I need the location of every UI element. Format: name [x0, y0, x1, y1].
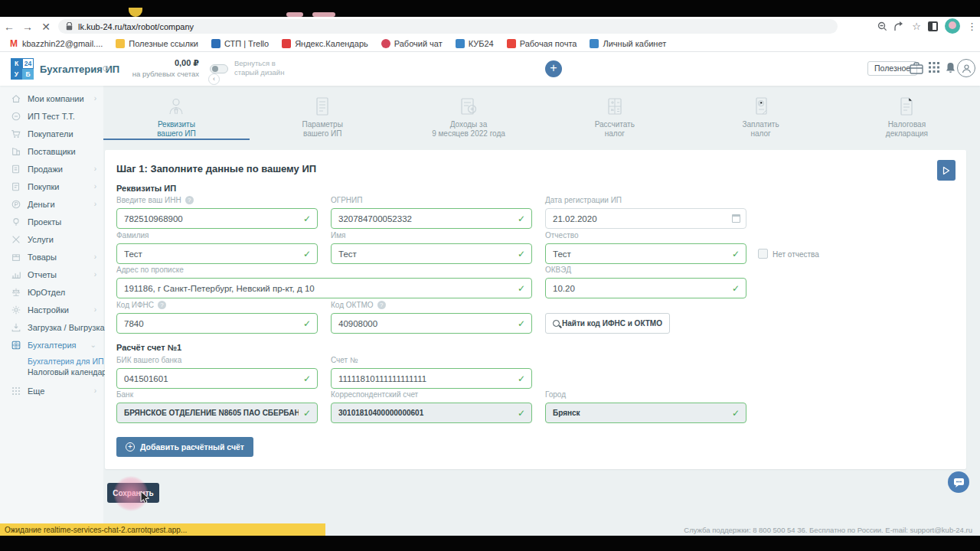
plus-circle-icon: +	[126, 442, 135, 452]
browser-profile-avatar[interactable]	[945, 18, 960, 34]
tab-parameters[interactable]: Параметрывашего ИП	[250, 86, 396, 145]
stop-icon[interactable]: ✕	[37, 21, 55, 33]
valid-check-icon	[303, 249, 311, 259]
tab-income[interactable]: Доходы за9 месяцев 2022 года	[396, 86, 542, 145]
calendar-icon[interactable]	[732, 214, 740, 223]
account-no-input[interactable]	[338, 374, 513, 383]
inn-input[interactable]	[124, 214, 299, 223]
sidebar-item-reports[interactable]: Отчеты›	[0, 266, 103, 283]
sidebar-item-suppliers[interactable]: Поставщики	[0, 142, 103, 160]
old-design-toggle[interactable]	[210, 64, 228, 73]
tab-declaration[interactable]: Налоговаядекларация	[834, 86, 980, 145]
bookmark-item[interactable]: КУБ24	[456, 39, 494, 48]
sidebar-item-buyers[interactable]: Покупатели	[0, 125, 103, 142]
save-button[interactable]: Сохранить	[107, 483, 159, 503]
bik-input[interactable]	[124, 374, 299, 383]
address-bar[interactable]: lk.kub-24.ru/tax/robot/company	[58, 19, 838, 34]
chat-icon	[381, 39, 390, 48]
side-panel-icon[interactable]	[928, 21, 938, 31]
tab-pay-tax[interactable]: Заплатитьналог	[688, 86, 834, 145]
valid-check-icon	[518, 214, 525, 224]
okved-input[interactable]	[553, 284, 727, 293]
play-icon	[942, 166, 950, 175]
sidebar-item-companies[interactable]: Мои компании›	[0, 90, 103, 107]
ifns-input[interactable]	[124, 319, 299, 328]
ogrnip-input[interactable]	[338, 214, 513, 223]
bookmark-item[interactable]: Рабочий чат	[381, 39, 443, 48]
kub24-logo[interactable]: К24УБ	[11, 58, 34, 80]
city-input[interactable]	[553, 409, 727, 417]
next-step-button[interactable]	[937, 160, 956, 181]
collapse-panel-button[interactable]: ‹	[208, 73, 220, 85]
sidebar-subitem-accounting-ip[interactable]: Бухгалтерия для ИП	[0, 356, 103, 367]
app-screen: ← → ✕ lk.kub-24.ru/tax/robot/company ☆ ⋮…	[0, 0, 980, 551]
sidebar-item-sales[interactable]: Продажи›	[0, 160, 103, 178]
sidebar-item-purchases[interactable]: Покупки›	[0, 178, 103, 195]
tab-requisites[interactable]: Реквизитывашего ИП	[103, 86, 250, 145]
last-name-input[interactable]	[124, 249, 299, 259]
sidebar-item-settings[interactable]: Настройки›	[0, 301, 103, 318]
help-icon[interactable]	[185, 196, 194, 204]
bookmark-item[interactable]: Mkbazzhin22@gmail....	[9, 39, 103, 48]
bookmark-item[interactable]: Яндекс.Календарь	[282, 39, 368, 48]
chevron-right-icon: ›	[94, 386, 96, 395]
find-codes-button[interactable]: Найти код ИФНС и ОКТМО	[545, 313, 670, 334]
corr-account-input[interactable]	[338, 409, 513, 417]
address-input[interactable]	[124, 284, 513, 293]
sidebar-item-more[interactable]: Еще›	[0, 382, 103, 399]
tab-calculate-tax[interactable]: Рассчитатьналог	[541, 86, 688, 145]
valid-check-icon	[518, 373, 525, 384]
chevron-right-icon: ›	[94, 94, 96, 103]
bank-input[interactable]	[124, 409, 299, 417]
reg-date-input[interactable]	[553, 214, 727, 223]
browser-menu-icon[interactable]: ⋮	[967, 21, 977, 31]
bookmark-item[interactable]: Рабочая почта	[507, 39, 577, 48]
valid-check-icon	[732, 408, 740, 419]
sidebar-item-accounting[interactable]: Бухгалтерия⌄	[0, 336, 103, 354]
chat-widget-button[interactable]	[948, 471, 969, 493]
bookmark-item[interactable]: Личный кабинет	[590, 39, 666, 48]
sidebar-subitem-tax-calendar[interactable]: Налоговый календарь	[0, 367, 103, 377]
url-text: lk.kub-24.ru/tax/robot/company	[78, 22, 194, 31]
add-account-button[interactable]: +Добавить расчётный счёт	[116, 437, 253, 457]
calendar-icon	[282, 39, 291, 48]
document-icon	[312, 96, 333, 117]
declaration-icon	[896, 96, 917, 117]
trello-icon	[211, 39, 220, 48]
refresh-balance-icon[interactable]: ⟳	[103, 64, 110, 74]
sidebar-item-money[interactable]: Деньги›	[0, 195, 103, 213]
bookmark-item[interactable]: Полезные ссылки	[116, 39, 198, 48]
bookmark-star-icon[interactable]: ☆	[912, 21, 921, 31]
step1-card: Шаг 1: Заполните данные по вашему ИП Рек…	[105, 150, 966, 469]
sidebar-item-projects[interactable]: Проекты	[0, 213, 103, 230]
bookmark-item[interactable]: СТП | Trello	[211, 39, 269, 48]
sidebar-item-company-current[interactable]: ИП Тест Т.Т.	[0, 107, 103, 125]
zoom-icon[interactable]	[877, 21, 887, 31]
back-icon[interactable]: ←	[0, 21, 18, 33]
apps-grid-icon[interactable]	[929, 62, 939, 73]
no-patronymic-checkbox[interactable]	[758, 249, 768, 259]
bell-icon[interactable]	[946, 62, 956, 73]
first-name-input[interactable]	[338, 249, 513, 259]
field-patronymic: Отчество	[545, 231, 746, 264]
chevron-right-icon: ›	[94, 165, 96, 173]
patronymic-input[interactable]	[553, 249, 727, 259]
person-icon	[165, 96, 187, 117]
valid-check-icon	[518, 249, 525, 259]
search-icon	[553, 320, 560, 327]
field-corr-account: Корреспондентский счет	[331, 390, 532, 423]
sidebar-item-goods[interactable]: Товары›	[0, 248, 103, 266]
sidebar-item-legal[interactable]: ЮрОтдел	[0, 283, 103, 301]
help-icon[interactable]	[158, 301, 166, 309]
valid-check-icon	[518, 318, 525, 329]
bottom-letterbox-bar	[0, 536, 980, 551]
user-avatar-icon[interactable]	[957, 59, 975, 77]
share-icon[interactable]	[894, 21, 905, 31]
forward-icon[interactable]: →	[18, 21, 37, 33]
sidebar-item-import-export[interactable]: Загрузка / Выгрузка›	[0, 318, 103, 336]
create-plus-button[interactable]: +	[545, 60, 562, 77]
oktmo-input[interactable]	[338, 319, 513, 328]
briefcase-icon[interactable]	[910, 62, 923, 74]
help-icon[interactable]	[377, 301, 386, 309]
sidebar-item-services[interactable]: Услуги	[0, 230, 103, 248]
